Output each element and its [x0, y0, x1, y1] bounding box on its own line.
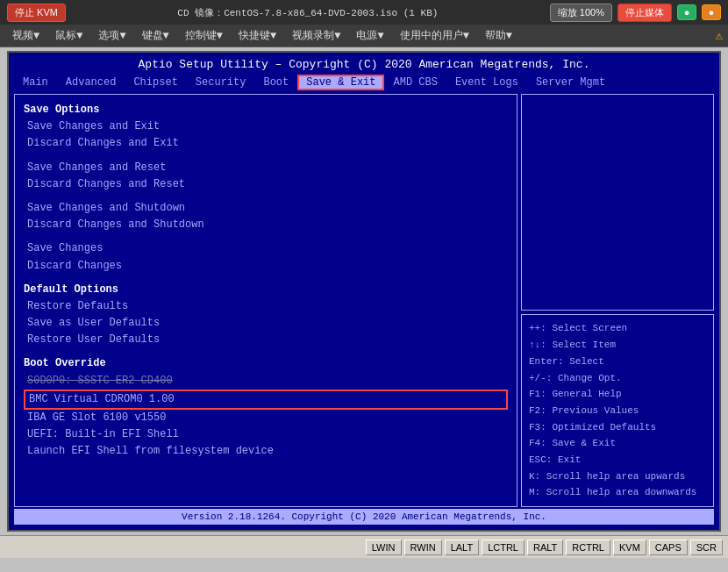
help-select-screen: ++: Select Screen — [529, 320, 706, 337]
green-button[interactable]: ● — [677, 4, 696, 20]
status-rwin[interactable]: RWIN — [404, 540, 442, 555]
help-select-item: ↑↓: Select Item — [529, 337, 706, 354]
bios-nav-chipset[interactable]: Chipset — [125, 75, 186, 90]
bios-item-save-user-defaults[interactable]: Save as User Defaults — [24, 315, 508, 332]
help-f4: F4: Save & Exit — [529, 435, 706, 452]
stop-media-button[interactable]: 停止媒体 — [617, 4, 672, 22]
status-lwin[interactable]: LWIN — [366, 540, 402, 555]
help-k: K: Scroll help area upwards — [529, 468, 706, 485]
menu-users[interactable]: 使用中的用户▼ — [393, 25, 476, 46]
status-ralt[interactable]: RALT — [527, 540, 563, 555]
bios-right-panel: ++: Select Screen ↑↓: Select Item Enter:… — [521, 94, 714, 507]
default-options-title: Default Options — [24, 282, 508, 298]
alert-icon: ⚠ — [716, 28, 723, 43]
help-f2: F2: Previous Values — [529, 403, 706, 419]
bios-nav-advanced[interactable]: Advanced — [57, 75, 125, 90]
bios-help-panel: ++: Select Screen ↑↓: Select Item Enter:… — [521, 314, 714, 507]
menu-shortcuts[interactable]: 快捷键▼ — [232, 25, 283, 46]
bios-item-save-shutdown[interactable]: Save Changes and Shutdown — [24, 200, 508, 217]
orange-button[interactable]: ● — [702, 4, 721, 20]
bios-title: Aptio Setup Utility – Copyright (C) 2020… — [14, 58, 714, 71]
help-enter: Enter: Select — [529, 354, 706, 370]
menu-video[interactable]: 视频▼ — [5, 25, 46, 46]
status-kvm[interactable]: KVM — [613, 540, 646, 555]
help-esc: ESC: Exit — [529, 452, 706, 468]
menu-options[interactable]: 选项▼ — [91, 25, 132, 46]
bios-footer: Version 2.18.1264. Copyright (C) 2020 Am… — [14, 509, 714, 525]
help-change-opt: +/-: Change Opt. — [529, 370, 706, 387]
cd-label: CD 镜像：CentOS-7.8-x86_64-DVD-2003.iso (1 … — [71, 6, 545, 19]
status-lctrl[interactable]: LCTRL — [482, 540, 525, 555]
bios-nav-event-logs[interactable]: Event Logs — [446, 75, 527, 90]
bios-item-save-exit[interactable]: Save Changes and Exit — [24, 118, 508, 135]
menu-recording[interactable]: 视频录制▼ — [285, 25, 347, 46]
menu-help[interactable]: 帮助▼ — [478, 25, 519, 46]
status-bar: LWIN RWIN LALT LCTRL RALT RCTRL KVM CAPS… — [0, 535, 728, 558]
help-m: M: Scroll help area downwards — [529, 484, 706, 501]
zoom-button[interactable]: 缩放 100% — [550, 4, 612, 22]
save-options-title: Save Options — [24, 102, 508, 118]
help-f1: F1: General Help — [529, 386, 706, 403]
bios-item-iba-ge[interactable]: IBA GE Slot 6100 v1550 — [24, 410, 508, 426]
bios-nav-main[interactable]: Main — [14, 75, 57, 90]
boot-override-title: Boot Override — [24, 355, 508, 372]
bios-item-restore-defaults[interactable]: Restore Defaults — [24, 298, 508, 315]
menu-power[interactable]: 电源▼ — [349, 25, 390, 46]
bios-nav-save-exit[interactable]: Save & Exit — [297, 75, 384, 90]
bios-main: Save Options Save Changes and Exit Disca… — [14, 94, 714, 507]
status-lalt[interactable]: LALT — [445, 540, 479, 555]
stop-kvm-button[interactable]: 停止 KVM — [7, 4, 66, 22]
bios-item-save-reset[interactable]: Save Changes and Reset — [24, 160, 508, 176]
bios-container: Aptio Setup Utility – Copyright (C) 2020… — [7, 51, 721, 532]
bios-right-top — [521, 94, 714, 311]
menu-bar: 视频▼ 鼠标▼ 选项▼ 键盘▼ 控制键▼ 快捷键▼ 视频录制▼ 电源▼ 使用中的… — [0, 25, 728, 47]
bios-nav-security[interactable]: Security — [187, 75, 255, 90]
bios-nav: Main Advanced Chipset Security Boot Save… — [14, 75, 714, 90]
status-caps[interactable]: CAPS — [649, 540, 688, 555]
bios-left-panel: Save Options Save Changes and Exit Disca… — [14, 94, 517, 507]
top-bar-right: 缩放 100% 停止媒体 ● ● — [550, 4, 721, 22]
menu-mouse[interactable]: 鼠标▼ — [48, 25, 89, 46]
bios-nav-amd-cbs[interactable]: AMD CBS — [384, 75, 446, 90]
bios-item-discard-reset[interactable]: Discard Changes and Reset — [24, 176, 508, 193]
menu-keyboard[interactable]: 键盘▼ — [135, 25, 176, 46]
bios-item-uefi-shell[interactable]: UEFI: Built-in EFI Shell — [24, 426, 508, 443]
bios-item-ssstc[interactable]: S0D0P0: SSSTC ER2 CD400 — [24, 373, 508, 390]
bios-item-discard-shutdown[interactable]: Discard Changes and Shutdown — [24, 217, 508, 233]
bios-item-restore-user-defaults[interactable]: Restore User Defaults — [24, 332, 508, 348]
bios-item-discard-exit[interactable]: Discard Changes and Exit — [24, 135, 508, 152]
status-scr[interactable]: SCR — [690, 540, 723, 555]
bios-item-discard[interactable]: Discard Changes — [24, 258, 508, 275]
bios-item-bmc-cdrom[interactable]: BMC Virtual CDROM0 1.00 — [24, 390, 508, 410]
bios-item-launch-efi[interactable]: Launch EFI Shell from filesystem device — [24, 443, 508, 460]
status-rctrl[interactable]: RCTRL — [566, 540, 610, 555]
top-bar: 停止 KVM CD 镜像：CentOS-7.8-x86_64-DVD-2003.… — [0, 0, 728, 25]
bios-nav-boot[interactable]: Boot — [254, 75, 297, 90]
bios-nav-server-mgmt[interactable]: Server Mgmt — [527, 75, 614, 90]
menu-control[interactable]: 控制键▼ — [178, 25, 230, 46]
bios-item-save[interactable]: Save Changes — [24, 240, 508, 257]
help-f3: F3: Optimized Defaults — [529, 419, 706, 436]
